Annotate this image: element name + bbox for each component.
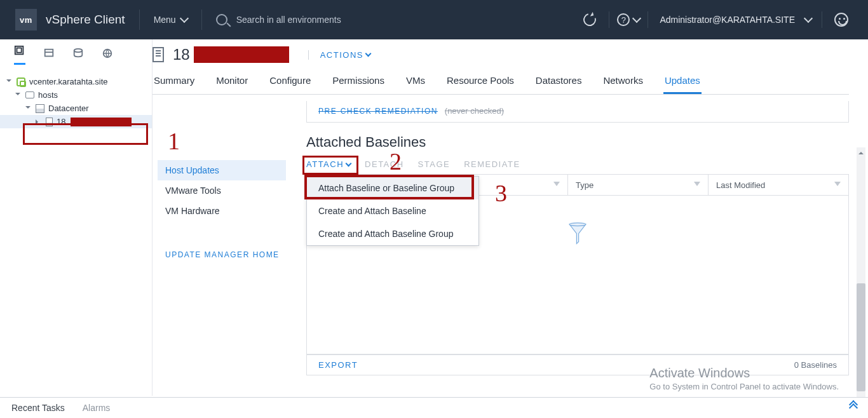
alarms-tab[interactable]: Alarms	[83, 403, 111, 413]
tab-permissions[interactable]: Permissions	[331, 75, 386, 94]
tree-host[interactable]: 18	[0, 115, 152, 128]
filter-icon	[694, 182, 700, 188]
bottom-panel: Recent Tasks Alarms	[0, 397, 868, 418]
svg-point-5	[569, 223, 586, 226]
feedback-button[interactable]	[829, 13, 854, 27]
menu-button[interactable]: Menu	[154, 15, 187, 25]
chevrons-up-icon	[850, 405, 857, 411]
filter-icon	[553, 182, 560, 188]
chevron-down-icon	[804, 14, 813, 23]
host-icon	[153, 47, 164, 62]
export-link[interactable]: EXPORT	[318, 360, 358, 370]
attach-button[interactable]: ATTACH	[306, 159, 351, 169]
user-menu[interactable]: Administrator@KARATAHTA.SITE	[654, 15, 811, 25]
search-placeholder: Search in all environments	[236, 15, 341, 25]
vcenter-icon	[17, 78, 25, 86]
precheck-remediation-link[interactable]: PRE-CHECK REMEDIATION	[318, 107, 438, 116]
top-bar: vm vSphere Client Menu Search in all env…	[0, 0, 868, 39]
vertical-scrollbar[interactable]	[857, 147, 865, 414]
vms-templates-tab-icon[interactable]	[43, 48, 55, 62]
create-attach-baseline[interactable]: Create and Attach Baseline	[307, 199, 478, 222]
host-icon	[46, 118, 53, 126]
tree-vcenter[interactable]: vcenter.karatahta.site	[0, 75, 152, 88]
tab-updates[interactable]: Updates	[663, 75, 702, 94]
create-attach-baseline-group[interactable]: Create and Attach Baseline Group	[307, 222, 478, 245]
tab-configure[interactable]: Configure	[268, 75, 312, 94]
chevron-down-icon	[365, 51, 372, 57]
networking-tab-icon[interactable]	[102, 48, 113, 62]
recent-tasks-tab[interactable]: Recent Tasks	[11, 403, 65, 413]
redacted-mask	[194, 46, 289, 63]
storage-tab-icon[interactable]	[72, 48, 84, 62]
tab-resource-pools[interactable]: Resource Pools	[445, 75, 515, 94]
global-search[interactable]: Search in all environments	[216, 14, 578, 25]
stage-button: STAGE	[418, 159, 451, 169]
actions-menu[interactable]: ACTIONS	[308, 50, 370, 60]
attached-baselines-heading: Attached Baselines	[306, 134, 849, 151]
baseline-actions-row: ATTACH DETACH STAGE REMEDIATE Attach Bas…	[306, 159, 849, 169]
help-button[interactable]: ?	[616, 13, 641, 26]
col-last-modified[interactable]: Last Modified	[708, 175, 848, 195]
chevron-down-icon	[346, 160, 352, 166]
search-icon	[216, 14, 227, 25]
client-title: vSphere Client	[46, 13, 125, 27]
folder-icon	[25, 91, 34, 98]
tree-datacenter[interactable]: Datacenter	[0, 102, 152, 115]
empty-funnel-icon	[565, 222, 590, 248]
svg-point-3	[74, 49, 83, 52]
tab-summary[interactable]: Summary	[153, 75, 196, 94]
help-icon: ?	[617, 13, 630, 26]
refresh-icon	[581, 11, 599, 28]
smile-icon	[834, 13, 848, 27]
sidebar-vmware-tools[interactable]: VMware Tools	[158, 180, 286, 201]
remediate-button: REMEDIATE	[464, 159, 520, 169]
tab-networks[interactable]: Networks	[602, 75, 644, 94]
sidebar-host-updates[interactable]: Host Updates	[158, 160, 286, 180]
tab-vms[interactable]: VMs	[405, 75, 426, 94]
chevron-down-icon	[180, 14, 189, 23]
updates-sidebar: Host Updates VMware Tools VM Hardware UP…	[153, 145, 291, 259]
inventory-tree: vcenter.karatahta.site hosts Datacenter …	[0, 69, 152, 128]
refresh-button[interactable]	[577, 13, 602, 26]
chevron-down-icon	[632, 14, 641, 23]
sidebar-vm-hardware[interactable]: VM Hardware	[158, 201, 286, 221]
tab-datastores[interactable]: Datastores	[534, 75, 583, 94]
precheck-card: PRE-CHECK REMEDIATION (never checked)	[306, 101, 849, 123]
redacted-mask	[71, 118, 132, 126]
detail-tabs: Summary Monitor Configure Permissions VM…	[153, 75, 849, 95]
svg-rect-1	[17, 48, 22, 52]
vmware-logo: vm	[15, 9, 37, 30]
filter-icon	[834, 182, 841, 188]
col-type[interactable]: Type	[567, 175, 708, 195]
tab-monitor[interactable]: Monitor	[215, 75, 249, 94]
update-manager-home-link[interactable]: UPDATE MANAGER HOME	[158, 250, 286, 259]
expand-panel-button[interactable]	[850, 403, 857, 413]
scrollbar-thumb[interactable]	[857, 283, 865, 391]
windows-watermark: Activate Windows Go to System in Control…	[649, 366, 839, 391]
tree-folder[interactable]: hosts	[0, 88, 152, 102]
attach-dropdown: Attach Baseline or Baseline Group Create…	[306, 176, 479, 246]
datacenter-icon	[36, 104, 44, 113]
detach-button: DETACH	[365, 159, 403, 169]
attach-baseline-or-group[interactable]: Attach Baseline or Baseline Group	[307, 177, 478, 199]
page-title: 18	[173, 46, 289, 64]
inventory-nav: vcenter.karatahta.site hosts Datacenter …	[0, 39, 153, 396]
hosts-clusters-tab-icon[interactable]	[14, 45, 25, 65]
